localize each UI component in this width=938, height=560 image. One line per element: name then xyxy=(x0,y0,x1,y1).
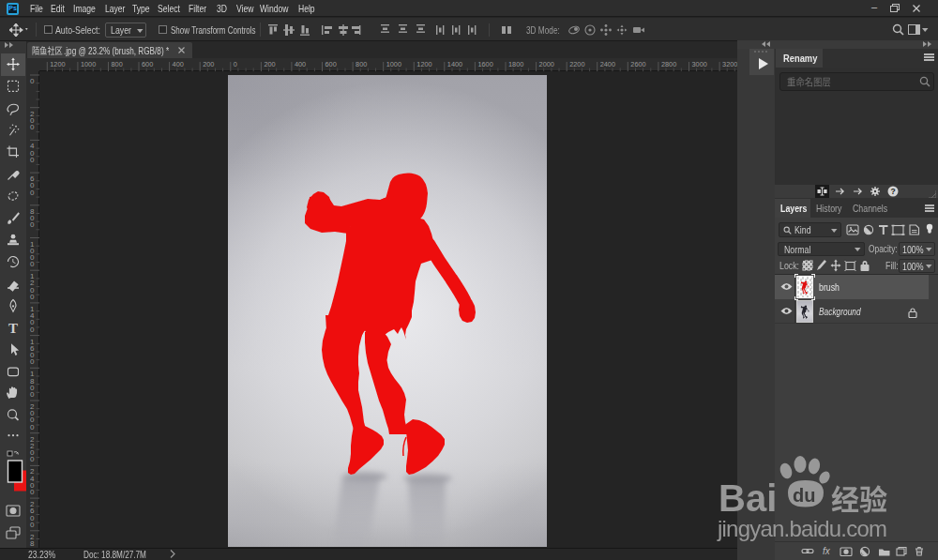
svg-text:200: 200 xyxy=(264,60,275,68)
svg-text:0: 0 xyxy=(30,189,35,197)
svg-text:du: du xyxy=(793,485,815,506)
svg-text:2200: 2200 xyxy=(569,60,584,68)
svg-text:0: 0 xyxy=(30,260,35,268)
svg-text:1200: 1200 xyxy=(416,60,431,68)
svg-text:0: 0 xyxy=(30,325,35,334)
svg-text:800: 800 xyxy=(356,60,367,68)
svg-text:2400: 2400 xyxy=(600,60,615,68)
svg-text:T: T xyxy=(8,321,18,336)
svg-text:800: 800 xyxy=(112,60,123,68)
svg-text:0: 0 xyxy=(30,455,35,463)
svg-text:0: 0 xyxy=(234,60,237,68)
svg-text:1600: 1600 xyxy=(477,60,492,68)
svg-text:600: 600 xyxy=(142,60,153,68)
svg-text:2800: 2800 xyxy=(661,60,676,68)
svg-text:0: 0 xyxy=(30,423,35,431)
svg-text:200: 200 xyxy=(203,60,214,68)
svg-text:0: 0 xyxy=(30,357,35,366)
svg-text:3000: 3000 xyxy=(692,60,707,68)
svg-text:0: 0 xyxy=(30,521,35,529)
svg-text:1400: 1400 xyxy=(447,60,462,68)
svg-text:1000: 1000 xyxy=(81,60,96,68)
svg-text:1000: 1000 xyxy=(386,60,401,68)
svg-text:?: ? xyxy=(890,187,895,196)
svg-text:0: 0 xyxy=(30,77,35,85)
svg-text:Bai: Bai xyxy=(719,477,777,519)
svg-text:0: 0 xyxy=(30,390,35,399)
svg-text:0: 0 xyxy=(30,293,35,301)
svg-text:jingyan.baidu.com: jingyan.baidu.com xyxy=(717,516,887,541)
svg-text:0: 0 xyxy=(30,156,35,164)
svg-text:2600: 2600 xyxy=(630,60,645,68)
svg-text:400: 400 xyxy=(295,60,306,68)
svg-text:0: 0 xyxy=(30,123,35,131)
svg-text:600: 600 xyxy=(325,60,337,68)
svg-text:1800: 1800 xyxy=(508,60,523,68)
svg-text:0: 0 xyxy=(30,220,35,229)
svg-text:0: 0 xyxy=(30,488,35,496)
svg-text:3200: 3200 xyxy=(722,60,737,68)
svg-text:400: 400 xyxy=(173,60,184,68)
svg-text:2000: 2000 xyxy=(539,60,554,68)
svg-text:1200: 1200 xyxy=(50,60,65,68)
